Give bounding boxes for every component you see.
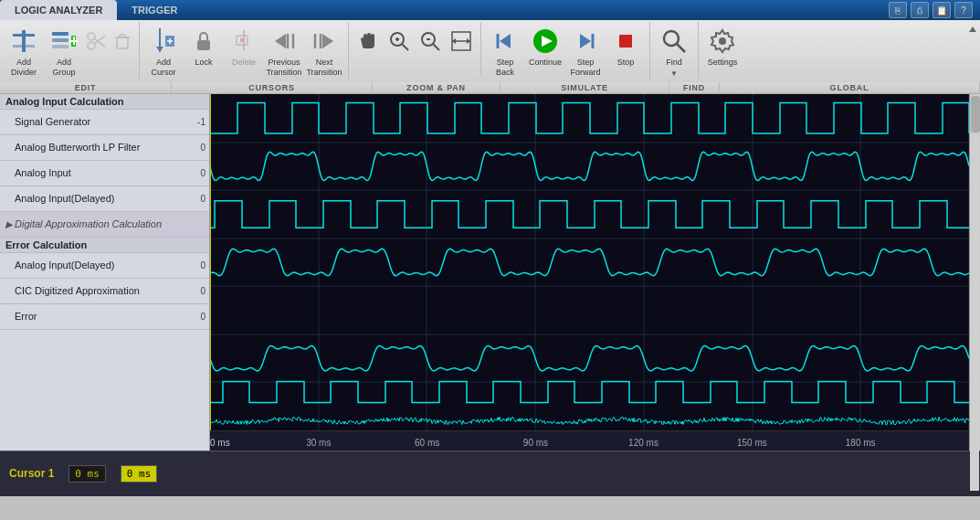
- hand-icon: [353, 27, 383, 56]
- cut-button[interactable]: [84, 22, 110, 75]
- list-item[interactable]: Analog Input 0: [0, 161, 209, 186]
- prev-transition-button[interactable]: PreviousTransition: [264, 22, 304, 80]
- help-icon-btn[interactable]: ?: [954, 2, 973, 18]
- timeline-label-90ms: 90 ms: [523, 438, 548, 448]
- scrollbar-track: [970, 134, 979, 491]
- svg-marker-56: [969, 27, 976, 32]
- svg-line-37: [402, 44, 408, 50]
- add-cursor-icon: [149, 27, 178, 56]
- delete-edit-button[interactable]: [110, 22, 135, 75]
- add-group-label: AddGroup: [52, 58, 75, 78]
- list-item[interactable]: Error 0: [0, 304, 209, 330]
- tab-trigger[interactable]: TRIGGER: [117, 0, 192, 20]
- waveform-canvas[interactable]: [210, 94, 969, 430]
- stop-label: Stop: [617, 58, 635, 68]
- add-cursor-label: AddCursor: [151, 58, 175, 78]
- toolbar-collapse-btn[interactable]: [965, 22, 980, 37]
- step-forward-button[interactable]: StepForward: [565, 22, 606, 80]
- delete-cursor-button[interactable]: Delete: [224, 22, 264, 75]
- add-cursor-button[interactable]: AddCursor: [143, 22, 184, 80]
- settings-label: Settings: [708, 58, 738, 68]
- svg-marker-45: [500, 34, 511, 48]
- continue-button[interactable]: Continue: [525, 22, 565, 75]
- settings-icon: [708, 27, 737, 56]
- find-button[interactable]: Find ▼: [654, 22, 694, 80]
- timeline-label-30ms: 30 ms: [306, 438, 331, 448]
- group-digital-approx-calc[interactable]: ▶ Digital Approximation Calculation: [0, 212, 209, 238]
- svg-marker-31: [322, 34, 333, 48]
- stop-icon: [611, 27, 640, 56]
- svg-rect-13: [117, 37, 128, 48]
- zoom-pan-group: [349, 22, 481, 75]
- stop-button[interactable]: Stop: [606, 22, 646, 75]
- vertical-scrollbar[interactable]: [969, 94, 980, 451]
- add-group-icon: [49, 27, 79, 56]
- continue-icon: [531, 27, 560, 56]
- clipboard-icon-btn[interactable]: 📋: [933, 2, 951, 18]
- list-item[interactable]: Signal Generator -1: [0, 110, 209, 135]
- edit-section-label: EDIT: [0, 82, 172, 93]
- tab-logic-analyzer[interactable]: LOGIC ANALYZER: [0, 0, 117, 20]
- add-divider-icon: [9, 27, 38, 56]
- next-transition-icon: [310, 27, 339, 56]
- zoom-in-button[interactable]: [384, 22, 415, 75]
- svg-marker-50: [580, 34, 591, 48]
- find-group: Find ▼: [650, 22, 699, 80]
- lock-label: Lock: [195, 58, 212, 68]
- main-area: Analog Input Calculation Signal Generato…: [0, 94, 980, 451]
- signal-list: Analog Input Calculation Signal Generato…: [0, 94, 210, 451]
- edit-group: Add Divider AddGroup: [0, 22, 140, 80]
- waveform-panel: 0 ms 30 ms 60 ms 90 ms 120 ms 150 ms 180…: [210, 94, 969, 451]
- timeline-label-120ms: 120 ms: [628, 438, 659, 448]
- group-error-calc[interactable]: Error Calculation: [0, 238, 209, 253]
- scrollbar-thumb[interactable]: [971, 96, 980, 133]
- hand-button[interactable]: [353, 22, 384, 75]
- global-section-label: GLOBAL: [720, 82, 980, 93]
- svg-rect-1: [22, 30, 26, 52]
- prev-transition-icon: [269, 27, 299, 56]
- cursor-label: Cursor 1: [9, 467, 54, 480]
- svg-point-53: [664, 31, 679, 46]
- svg-rect-5: [52, 45, 68, 48]
- zoom-out-button[interactable]: [415, 22, 446, 75]
- timeline-label-180ms: 180 ms: [846, 438, 876, 448]
- svg-point-55: [719, 37, 726, 45]
- svg-rect-2: [13, 45, 35, 48]
- list-item[interactable]: Analog Input(Delayed) 0: [0, 253, 209, 279]
- group-analog-input-calc[interactable]: Analog Input Calculation: [0, 94, 209, 110]
- svg-rect-23: [197, 40, 210, 50]
- list-item[interactable]: Analog Input(Delayed) 0: [0, 186, 209, 212]
- settings-button[interactable]: Settings: [702, 22, 743, 75]
- find-icon: [659, 27, 689, 56]
- step-back-button[interactable]: StepBack: [485, 22, 525, 80]
- next-transition-button[interactable]: NextTransition: [304, 22, 344, 80]
- zoom-fit-button[interactable]: [446, 22, 477, 75]
- zoom-out-icon: [416, 27, 445, 56]
- svg-rect-4: [52, 38, 68, 42]
- status-bar: Cursor 1 0 ms 0 ms: [0, 451, 980, 496]
- list-item[interactable]: CIC Digitized Approximation 0: [0, 279, 209, 304]
- svg-marker-19: [156, 47, 163, 52]
- next-transition-label: NextTransition: [306, 58, 342, 78]
- add-divider-button[interactable]: Add Divider: [4, 22, 44, 80]
- copy-icon-btn[interactable]: ⎘: [889, 2, 907, 18]
- prev-transition-label: PreviousTransition: [266, 58, 301, 78]
- delete-cursor-label: Delete: [232, 58, 256, 68]
- find-dropdown-arrow: ▼: [670, 69, 678, 78]
- toolbar-buttons-row: Add Divider AddGroup: [0, 20, 980, 82]
- lock-button[interactable]: Lock: [184, 22, 224, 75]
- svg-point-10: [88, 33, 95, 40]
- simulate-group: StepBack Continue: [481, 22, 650, 80]
- expand-arrow-icon: ▶: [5, 219, 15, 229]
- svg-line-40: [433, 44, 439, 50]
- list-item[interactable]: Analog Butterworth LP Filter 0: [0, 135, 209, 161]
- zoom-section-label: ZOOM & PAN: [373, 82, 501, 93]
- svg-point-9: [88, 42, 95, 49]
- zoom-fit-icon: [447, 27, 476, 56]
- step-forward-icon: [571, 27, 600, 56]
- paste-icon-btn[interactable]: ⎙: [911, 2, 929, 18]
- step-forward-label: StepForward: [570, 58, 600, 78]
- cursor-time-value: 0 ms: [68, 465, 106, 483]
- add-group-button[interactable]: AddGroup: [44, 22, 84, 80]
- tab-bar: LOGIC ANALYZER TRIGGER ⎘ ⎙ 📋 ?: [0, 0, 980, 20]
